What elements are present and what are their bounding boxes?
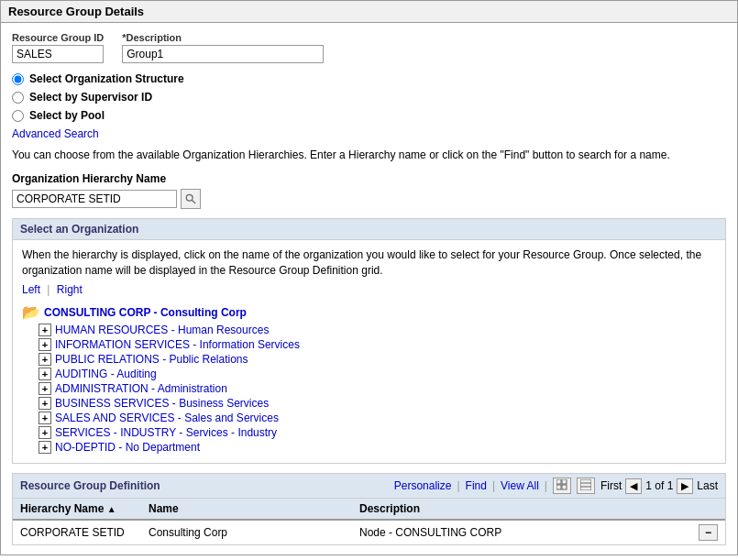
expand-button[interactable]: + <box>39 397 51 410</box>
personalize-link[interactable]: Personalize <box>394 479 452 492</box>
sort-arrow-icon: ▲ <box>107 504 116 514</box>
page-info: 1 of 1 <box>645 479 673 492</box>
th-hierarchy-name-label: Hierarchy Name <box>20 502 104 515</box>
select-org-header: Select an Organization <box>13 219 725 240</box>
expand-button[interactable]: + <box>39 412 51 424</box>
list-item: + INFORMATION SERVICES - Information Ser… <box>39 338 716 351</box>
list-item: + ADMINISTRATION - Administration <box>39 382 716 395</box>
tree-root: 📂 CONSULTING CORP - Consulting Corp <box>22 303 716 321</box>
radio-org-row: Select Organization Structure <box>12 72 726 85</box>
search-row <box>12 189 726 209</box>
help-text-content: You can choose from the available Organi… <box>12 148 670 161</box>
svg-rect-3 <box>562 479 567 484</box>
list-item: + SERVICES - INDUSTRY - Services - Indus… <box>39 426 716 439</box>
org-tree: 📂 CONSULTING CORP - Consulting Corp + HU… <box>22 303 716 454</box>
page-container: Resource Group Details Resource Group ID… <box>0 0 738 555</box>
tree-root-icon: 📂 <box>22 303 40 321</box>
spreadsheet-icon <box>556 479 567 490</box>
list-item: + NO-DEPTID - No Department <box>39 441 716 454</box>
separator: | <box>47 283 52 296</box>
svg-point-0 <box>186 194 193 201</box>
org-hierarchy-input[interactable] <box>12 190 177 208</box>
advanced-search-link[interactable]: Advanced Search <box>12 127 99 140</box>
cell-hierarchy-name: CORPORATE SETID <box>13 520 141 544</box>
grid-icon-button[interactable] <box>553 478 571 494</box>
table-header-row: Hierarchy Name ▲ Name Description <box>13 499 725 520</box>
tree-item-link[interactable]: SERVICES - INDUSTRY - Services - Industr… <box>55 426 277 439</box>
find-link[interactable]: Find <box>466 479 487 492</box>
left-link[interactable]: Left <box>22 283 40 296</box>
expand-button[interactable]: + <box>39 338 51 351</box>
resource-group-table: Hierarchy Name ▲ Name Description <box>13 499 725 544</box>
radio-org-label: Select Organization Structure <box>29 72 184 85</box>
svg-rect-2 <box>556 479 561 484</box>
main-content: Resource Group ID *Description Select Or… <box>1 23 737 555</box>
select-org-body: When the hierarchy is displayed, click o… <box>13 240 725 464</box>
tree-root-link[interactable]: CONSULTING CORP - Consulting Corp <box>44 306 247 319</box>
radio-supervisor-row: Select by Supervisor ID <box>12 91 726 104</box>
right-link[interactable]: Right <box>57 283 83 296</box>
radio-pool[interactable] <box>12 110 24 122</box>
help-text: You can choose from the available Organi… <box>12 148 726 163</box>
tree-item-link[interactable]: PUBLIC RELATIONS - Public Relations <box>55 353 248 366</box>
expand-button[interactable]: + <box>39 382 51 395</box>
search-icon <box>185 192 196 205</box>
th-name: Name <box>141 499 352 520</box>
section-header: Resource Group Details <box>1 1 737 23</box>
view-all-link[interactable]: View All <box>501 479 539 492</box>
separator1: | <box>457 479 459 492</box>
th-description: Description <box>352 499 691 520</box>
resource-group-id-label: Resource Group ID <box>12 32 104 43</box>
expand-button[interactable]: + <box>39 426 51 439</box>
description-group: *Description <box>122 32 324 63</box>
last-label: Last <box>697 479 718 492</box>
svg-rect-6 <box>580 479 591 490</box>
tree-item-link[interactable]: HUMAN RESOURCES - Human Resources <box>55 324 269 336</box>
radio-org[interactable] <box>12 73 24 85</box>
th-name-label: Name <box>149 502 179 515</box>
next-page-button[interactable]: ▶ <box>677 478 693 494</box>
left-right-links: Left | Right <box>22 283 716 296</box>
expand-button[interactable]: + <box>39 368 51 380</box>
expand-button[interactable]: + <box>39 353 51 366</box>
list-item: + HUMAN RESOURCES - Human Resources <box>39 324 716 336</box>
tree-item-link[interactable]: NO-DEPTID - No Department <box>55 441 200 454</box>
select-org-description: When the hierarchy is displayed, click o… <box>22 247 716 279</box>
resource-group-id-input[interactable] <box>12 45 104 63</box>
tree-item-link[interactable]: INFORMATION SERVICES - Information Servi… <box>55 338 300 351</box>
resource-group-header: Resource Group Definition Personalize | … <box>13 474 725 499</box>
th-hierarchy-name: Hierarchy Name ▲ <box>13 499 141 520</box>
resource-group-id-group: Resource Group ID <box>12 32 104 63</box>
tree-item-link[interactable]: ADMINISTRATION - Administration <box>55 382 227 395</box>
table-icon-button[interactable] <box>577 478 595 494</box>
list-item: + SALES AND SERVICES - Sales and Service… <box>39 412 716 424</box>
tree-item-link[interactable]: SALES AND SERVICES - Sales and Services <box>55 412 279 424</box>
cell-description: Node - CONSULTING CORP <box>352 520 691 544</box>
table-row: CORPORATE SETID Consulting Corp Node - C… <box>13 520 725 544</box>
svg-line-1 <box>192 200 195 203</box>
th-description-label: Description <box>359 502 420 515</box>
tree-item-link[interactable]: AUDITING - Auditing <box>55 368 157 380</box>
expand-button[interactable]: + <box>39 441 51 454</box>
radio-pool-row: Select by Pool <box>12 109 726 122</box>
search-button[interactable] <box>181 189 201 209</box>
radio-pool-label: Select by Pool <box>29 109 105 122</box>
section-title: Resource Group Details <box>8 5 144 18</box>
first-label: First <box>600 479 622 492</box>
fields-row: Resource Group ID *Description <box>12 32 726 63</box>
description-input[interactable] <box>122 45 324 63</box>
rg-header-controls: Personalize | Find | View All | <box>394 478 718 494</box>
svg-rect-5 <box>562 485 567 489</box>
pagination: First ◀ 1 of 1 ▶ Last <box>600 478 718 494</box>
expand-button[interactable]: + <box>39 324 51 336</box>
separator2: | <box>492 479 495 492</box>
tree-item-link[interactable]: BUSINESS SERVICES - Business Services <box>55 397 269 410</box>
cell-name: Consulting Corp <box>141 520 352 544</box>
th-action <box>691 499 725 520</box>
prev-page-button[interactable]: ◀ <box>625 478 642 494</box>
table-icon <box>580 479 591 490</box>
separator3: | <box>545 479 547 492</box>
radio-supervisor[interactable] <box>12 92 24 104</box>
select-org-section: Select an Organization When the hierarch… <box>12 218 726 465</box>
remove-button[interactable]: − <box>699 524 718 541</box>
